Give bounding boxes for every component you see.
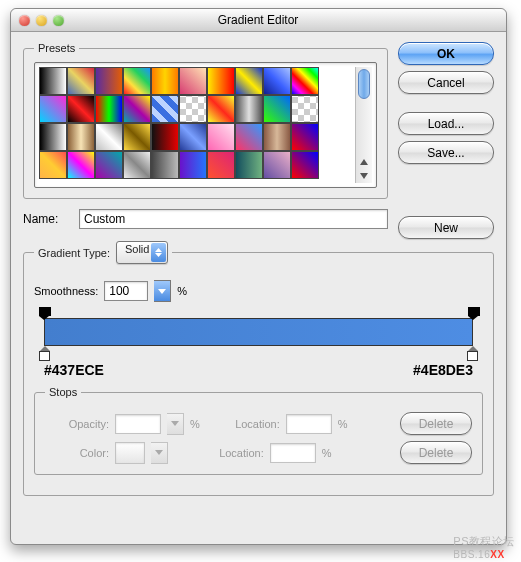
gradient-bar[interactable] bbox=[44, 318, 473, 346]
preset-swatch[interactable] bbox=[291, 67, 319, 95]
preset-swatch[interactable] bbox=[291, 95, 319, 123]
presets-scrollbar[interactable] bbox=[355, 67, 372, 183]
presets-fieldset: Presets bbox=[23, 42, 388, 199]
gradient-type-legend: Gradient Type: Solid bbox=[34, 241, 172, 264]
color-stop-right[interactable] bbox=[467, 346, 478, 361]
preset-swatch[interactable] bbox=[67, 123, 95, 151]
name-label: Name: bbox=[23, 212, 58, 226]
opacity-stop-track[interactable] bbox=[44, 308, 473, 318]
color-stop-track[interactable] bbox=[44, 346, 473, 360]
preset-swatch[interactable] bbox=[39, 123, 67, 151]
preset-swatch[interactable] bbox=[291, 151, 319, 179]
opacity-stop-right[interactable] bbox=[468, 307, 478, 317]
window-title: Gradient Editor bbox=[10, 13, 506, 27]
preset-swatch[interactable] bbox=[151, 123, 179, 151]
scrollbar-thumb[interactable] bbox=[358, 69, 370, 99]
preset-swatch[interactable] bbox=[235, 95, 263, 123]
color-stop-left[interactable] bbox=[39, 346, 50, 361]
svg-marker-6 bbox=[155, 450, 163, 455]
action-buttons: OK Cancel Load... Save... New bbox=[398, 42, 494, 239]
delete-opacity-button: Delete bbox=[400, 412, 472, 435]
right-hex: #4E8DE3 bbox=[413, 362, 473, 378]
color-swatch-input bbox=[115, 442, 145, 464]
preset-swatch[interactable] bbox=[207, 67, 235, 95]
smoothness-input[interactable] bbox=[104, 281, 148, 301]
preset-swatch[interactable] bbox=[39, 67, 67, 95]
preset-swatch[interactable] bbox=[123, 95, 151, 123]
watermark-line1: PS教程论坛 bbox=[453, 535, 515, 547]
preset-swatch[interactable] bbox=[235, 123, 263, 151]
smoothness-label: Smoothness: bbox=[34, 285, 98, 297]
presets-legend: Presets bbox=[34, 42, 79, 54]
preset-swatch[interactable] bbox=[67, 151, 95, 179]
preset-swatch[interactable] bbox=[179, 123, 207, 151]
preset-swatch[interactable] bbox=[151, 67, 179, 95]
color-label: Color: bbox=[45, 447, 109, 459]
smoothness-stepper[interactable] bbox=[154, 280, 171, 302]
color-location-label: Location: bbox=[208, 447, 264, 459]
preset-swatch[interactable] bbox=[95, 67, 123, 95]
svg-marker-4 bbox=[158, 289, 166, 294]
preset-swatch[interactable] bbox=[123, 123, 151, 151]
save-button[interactable]: Save... bbox=[398, 141, 494, 164]
smoothness-unit: % bbox=[177, 285, 187, 297]
svg-marker-1 bbox=[360, 173, 368, 179]
svg-marker-5 bbox=[171, 421, 179, 426]
watermark: PS教程论坛 BBS.16XX bbox=[453, 534, 515, 560]
scroll-up-icon[interactable] bbox=[356, 155, 372, 169]
preset-swatch[interactable] bbox=[67, 67, 95, 95]
preset-swatch[interactable] bbox=[263, 67, 291, 95]
preset-swatch[interactable] bbox=[123, 151, 151, 179]
gradient-editor-window: Gradient Editor Presets bbox=[10, 8, 507, 545]
gradient-editor-area: #437ECE #4E8DE3 bbox=[34, 308, 483, 378]
watermark-xx: XX bbox=[490, 549, 504, 560]
new-button[interactable]: New bbox=[398, 216, 494, 239]
preset-swatch[interactable] bbox=[151, 95, 179, 123]
opacity-stop-left[interactable] bbox=[39, 307, 49, 317]
delete-color-button: Delete bbox=[400, 441, 472, 464]
stops-legend: Stops bbox=[45, 386, 81, 398]
stops-fieldset: Stops Opacity: % Location: % Delete Colo… bbox=[34, 386, 483, 475]
color-location-pct: % bbox=[322, 447, 332, 459]
gradient-type-select[interactable]: Solid bbox=[116, 241, 168, 264]
name-input[interactable] bbox=[79, 209, 388, 229]
preset-swatch[interactable] bbox=[39, 151, 67, 179]
preset-swatch[interactable] bbox=[179, 95, 207, 123]
svg-marker-2 bbox=[155, 248, 162, 252]
ok-button[interactable]: OK bbox=[398, 42, 494, 65]
opacity-location-input bbox=[286, 414, 332, 434]
preset-swatch[interactable] bbox=[39, 95, 67, 123]
preset-swatch[interactable] bbox=[235, 151, 263, 179]
opacity-label: Opacity: bbox=[45, 418, 109, 430]
preset-swatch[interactable] bbox=[207, 151, 235, 179]
preset-swatch[interactable] bbox=[291, 123, 319, 151]
svg-marker-3 bbox=[155, 253, 162, 257]
preset-swatch[interactable] bbox=[151, 151, 179, 179]
titlebar: Gradient Editor bbox=[11, 9, 506, 32]
cancel-button[interactable]: Cancel bbox=[398, 71, 494, 94]
preset-swatch[interactable] bbox=[207, 95, 235, 123]
preset-swatch[interactable] bbox=[95, 123, 123, 151]
preset-swatch[interactable] bbox=[235, 67, 263, 95]
preset-swatch[interactable] bbox=[263, 151, 291, 179]
preset-swatch[interactable] bbox=[95, 151, 123, 179]
gradient-type-label: Gradient Type: bbox=[38, 247, 110, 259]
opacity-input bbox=[115, 414, 161, 434]
preset-swatch[interactable] bbox=[207, 123, 235, 151]
color-location-input bbox=[270, 443, 316, 463]
preset-swatch[interactable] bbox=[263, 123, 291, 151]
preset-swatch-grid bbox=[39, 67, 355, 183]
gradient-type-fieldset: Gradient Type: Solid Smoothness: % bbox=[23, 241, 494, 496]
load-button[interactable]: Load... bbox=[398, 112, 494, 135]
scrollbar-track[interactable] bbox=[356, 67, 372, 155]
preset-swatch[interactable] bbox=[179, 151, 207, 179]
scroll-down-icon[interactable] bbox=[356, 169, 372, 183]
opacity-location-pct: % bbox=[338, 418, 348, 430]
preset-swatch[interactable] bbox=[123, 67, 151, 95]
preset-swatch[interactable] bbox=[263, 95, 291, 123]
preset-swatch[interactable] bbox=[67, 95, 95, 123]
window-content: Presets bbox=[11, 32, 506, 518]
preset-swatch[interactable] bbox=[179, 67, 207, 95]
watermark-line2a: BBS.16 bbox=[453, 549, 490, 560]
preset-swatch[interactable] bbox=[95, 95, 123, 123]
